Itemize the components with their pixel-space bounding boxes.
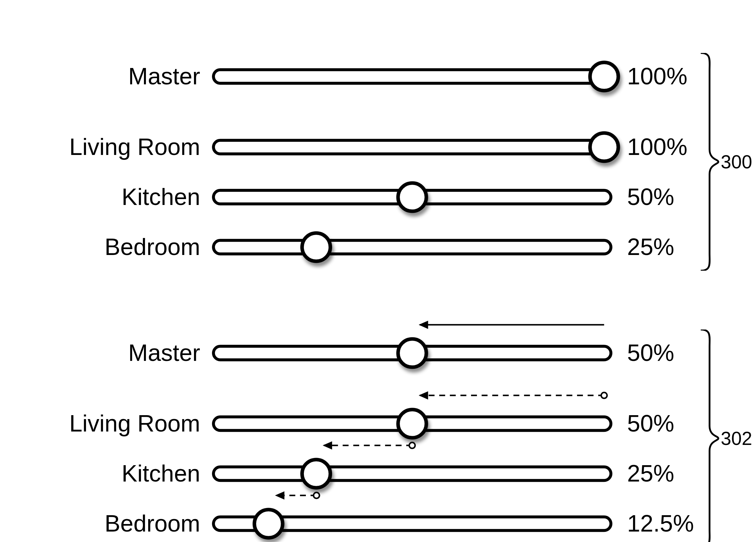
dashed-arrow-icon	[317, 438, 419, 452]
svg-point-10	[313, 493, 319, 498]
slider-value: 50%	[627, 340, 674, 366]
slider-value: 100%	[627, 63, 687, 90]
group-annotation: 302	[721, 428, 752, 450]
slider-row: Kitchen25%	[0, 450, 756, 497]
dashed-arrow-icon	[413, 388, 611, 402]
slider-track[interactable]	[212, 465, 612, 482]
slider-knob[interactable]	[300, 231, 332, 263]
slider-label: Bedroom	[105, 234, 200, 261]
slider-value: 100%	[627, 134, 687, 161]
slider-row: Bedroom12.5%	[0, 500, 756, 542]
slider-label: Master	[128, 63, 200, 90]
slider-value: 50%	[627, 411, 674, 437]
slider-track[interactable]	[212, 68, 612, 85]
slider-knob[interactable]	[300, 458, 332, 489]
group-annotation: 300	[721, 151, 752, 173]
svg-point-7	[409, 443, 415, 448]
slider-value: 12.5%	[627, 511, 694, 537]
svg-marker-6	[323, 441, 332, 449]
slider-label: Bedroom	[105, 511, 200, 537]
slider-value: 50%	[627, 184, 674, 211]
slider-knob[interactable]	[252, 508, 284, 539]
slider-value: 25%	[627, 234, 674, 261]
slider-label: Living Room	[69, 134, 200, 161]
slider-knob[interactable]	[588, 61, 620, 92]
svg-marker-9	[275, 491, 284, 499]
brace-icon	[701, 53, 721, 271]
arrow-icon	[413, 318, 611, 332]
slider-track[interactable]	[212, 239, 612, 255]
slider-row: Master100%	[0, 53, 756, 100]
svg-point-4	[601, 393, 607, 398]
svg-marker-3	[419, 391, 428, 399]
slider-knob[interactable]	[588, 131, 620, 163]
slider-row: Kitchen50%	[0, 174, 756, 221]
slider-row: Master50%	[0, 329, 756, 376]
slider-label: Kitchen	[122, 461, 200, 487]
slider-label: Kitchen	[122, 184, 200, 211]
slider-knob[interactable]	[396, 337, 428, 369]
slider-knob[interactable]	[396, 181, 428, 213]
slider-knob[interactable]	[396, 408, 428, 439]
slider-label: Living Room	[69, 411, 200, 437]
slider-row: Bedroom25%	[0, 224, 756, 271]
slider-track[interactable]	[212, 139, 612, 155]
slider-label: Master	[128, 340, 200, 366]
dashed-arrow-icon	[269, 488, 323, 502]
slider-row: Living Room100%	[0, 124, 756, 171]
slider-value: 25%	[627, 461, 674, 487]
svg-marker-1	[419, 321, 428, 329]
brace-icon	[701, 329, 721, 542]
